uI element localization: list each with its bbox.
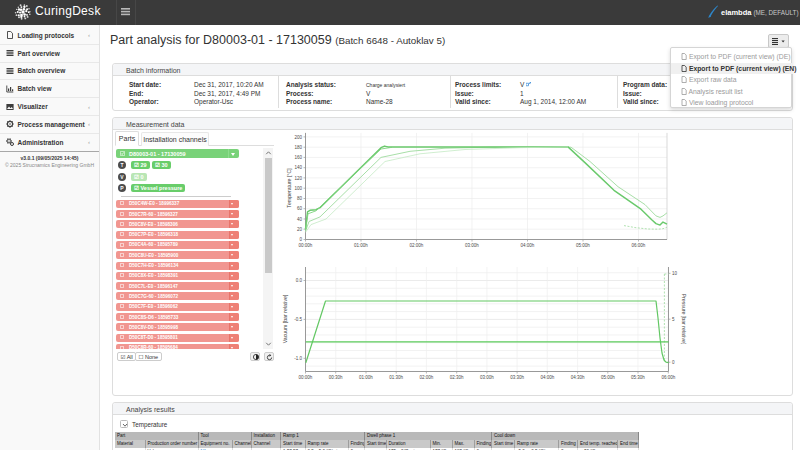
svg-text:60: 60 [297,206,303,211]
svg-text:40: 40 [297,217,303,222]
svg-text:200: 200 [294,135,302,140]
svg-text:180: 180 [294,145,302,150]
svg-text:0: 0 [299,237,302,242]
svg-text:120: 120 [294,176,302,181]
svg-text:00:00h: 00:00h [299,243,313,248]
svg-text:05:00h: 05:00h [576,243,590,248]
svg-text:01:30h: 01:30h [389,375,403,380]
svg-text:01:00h: 01:00h [359,375,373,380]
svg-text:02:00h: 02:00h [420,375,434,380]
svg-text:06:00h: 06:00h [632,243,646,248]
svg-text:0: 0 [672,360,675,365]
svg-text:03:00h: 03:00h [465,243,479,248]
svg-text:00:00h: 00:00h [299,375,313,380]
svg-text:02:30h: 02:30h [450,375,464,380]
svg-text:04:00h: 04:00h [521,243,535,248]
svg-text:02:00h: 02:00h [410,243,424,248]
svg-text:10: 10 [672,271,678,276]
svg-text:00:30h: 00:30h [329,375,343,380]
svg-text:01:00h: 01:00h [354,243,368,248]
svg-text:Pressure [bar relative]: Pressure [bar relative] [681,294,687,345]
svg-text:-0.5: -0.5 [294,317,302,322]
svg-text:20: 20 [297,227,303,232]
svg-text:Vacuum [bar relative]: Vacuum [bar relative] [282,294,288,343]
svg-text:06:00h: 06:00h [661,375,675,380]
svg-text:-1.0: -1.0 [294,356,302,361]
svg-text:80: 80 [297,196,303,201]
svg-text:5: 5 [672,317,675,322]
svg-text:140: 140 [294,165,302,170]
svg-text:04:30h: 04:30h [571,375,585,380]
svg-text:03:00h: 03:00h [480,375,494,380]
svg-text:04:00h: 04:00h [540,375,554,380]
svg-text:05:00h: 05:00h [601,375,615,380]
svg-text:0.0: 0.0 [296,278,303,283]
svg-text:100: 100 [294,186,302,191]
svg-text:03:30h: 03:30h [510,375,524,380]
svg-text:160: 160 [294,155,302,160]
svg-text:05:30h: 05:30h [631,375,645,380]
svg-text:Temperature [°C]: Temperature [°C] [286,168,292,208]
